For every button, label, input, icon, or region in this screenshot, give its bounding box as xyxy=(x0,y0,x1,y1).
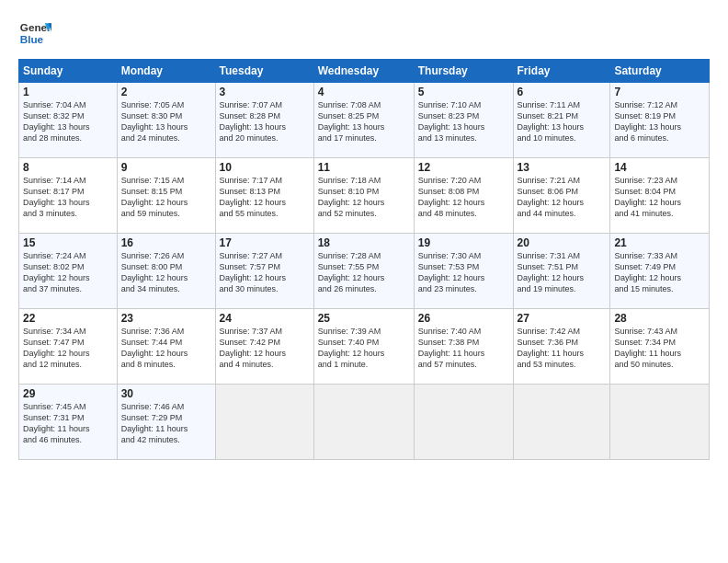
day-cell: 24Sunrise: 7:37 AM Sunset: 7:42 PM Dayli… xyxy=(215,309,313,385)
day-cell: 23Sunrise: 7:36 AM Sunset: 7:44 PM Dayli… xyxy=(117,309,215,385)
header: General Blue xyxy=(18,17,710,50)
day-number: 17 xyxy=(220,236,310,249)
day-number: 19 xyxy=(418,236,509,249)
week-row-5: 29Sunrise: 7:45 AM Sunset: 7:31 PM Dayli… xyxy=(19,385,710,460)
weekday-header-row: SundayMondayTuesdayWednesdayThursdayFrid… xyxy=(19,60,710,83)
day-cell: 25Sunrise: 7:39 AM Sunset: 7:40 PM Dayli… xyxy=(313,309,414,385)
week-row-3: 15Sunrise: 7:24 AM Sunset: 8:02 PM Dayli… xyxy=(19,234,710,309)
day-number: 18 xyxy=(318,236,410,249)
day-info: Sunrise: 7:05 AM Sunset: 8:30 PM Dayligh… xyxy=(121,99,211,144)
day-number: 15 xyxy=(23,236,113,249)
day-number: 16 xyxy=(121,236,211,249)
day-info: Sunrise: 7:42 AM Sunset: 7:36 PM Dayligh… xyxy=(518,326,607,371)
day-number: 20 xyxy=(518,236,607,249)
day-number: 30 xyxy=(121,387,211,400)
day-number: 12 xyxy=(418,161,509,174)
day-info: Sunrise: 7:08 AM Sunset: 8:25 PM Dayligh… xyxy=(318,99,410,144)
day-cell: 15Sunrise: 7:24 AM Sunset: 8:02 PM Dayli… xyxy=(19,234,118,309)
day-number: 4 xyxy=(318,86,410,98)
day-info: Sunrise: 7:43 AM Sunset: 7:34 PM Dayligh… xyxy=(614,326,705,371)
day-number: 5 xyxy=(418,86,509,98)
day-info: Sunrise: 7:45 AM Sunset: 7:31 PM Dayligh… xyxy=(23,401,113,446)
day-number: 2 xyxy=(121,86,211,98)
day-number: 24 xyxy=(220,312,310,325)
day-number: 26 xyxy=(418,312,509,325)
day-cell: 18Sunrise: 7:28 AM Sunset: 7:55 PM Dayli… xyxy=(313,234,414,309)
day-number: 28 xyxy=(614,312,705,325)
day-number: 11 xyxy=(318,161,410,174)
day-number: 6 xyxy=(518,86,607,98)
day-number: 29 xyxy=(23,387,113,400)
day-info: Sunrise: 7:14 AM Sunset: 8:17 PM Dayligh… xyxy=(23,175,113,220)
day-cell xyxy=(215,385,313,460)
day-cell: 26Sunrise: 7:40 AM Sunset: 7:38 PM Dayli… xyxy=(414,309,513,385)
day-info: Sunrise: 7:36 AM Sunset: 7:44 PM Dayligh… xyxy=(121,326,211,371)
day-number: 13 xyxy=(518,161,607,174)
day-number: 8 xyxy=(23,161,113,174)
day-cell xyxy=(513,385,610,460)
day-number: 3 xyxy=(220,86,310,98)
weekday-header-sunday: Sunday xyxy=(19,60,118,83)
day-cell: 4Sunrise: 7:08 AM Sunset: 8:25 PM Daylig… xyxy=(313,83,414,158)
day-info: Sunrise: 7:24 AM Sunset: 8:02 PM Dayligh… xyxy=(23,250,113,295)
day-cell: 30Sunrise: 7:46 AM Sunset: 7:29 PM Dayli… xyxy=(117,385,215,460)
day-info: Sunrise: 7:17 AM Sunset: 8:13 PM Dayligh… xyxy=(220,175,310,220)
day-number: 22 xyxy=(23,312,113,325)
day-cell: 19Sunrise: 7:30 AM Sunset: 7:53 PM Dayli… xyxy=(414,234,513,309)
logo: General Blue xyxy=(18,17,51,50)
day-info: Sunrise: 7:28 AM Sunset: 7:55 PM Dayligh… xyxy=(318,250,410,295)
day-number: 21 xyxy=(614,236,705,249)
day-number: 23 xyxy=(121,312,211,325)
day-info: Sunrise: 7:15 AM Sunset: 8:15 PM Dayligh… xyxy=(121,175,211,220)
day-cell: 1Sunrise: 7:04 AM Sunset: 8:32 PM Daylig… xyxy=(19,83,118,158)
day-cell: 13Sunrise: 7:21 AM Sunset: 8:06 PM Dayli… xyxy=(513,158,610,234)
day-cell: 12Sunrise: 7:20 AM Sunset: 8:08 PM Dayli… xyxy=(414,158,513,234)
day-info: Sunrise: 7:33 AM Sunset: 7:49 PM Dayligh… xyxy=(614,250,705,295)
weekday-header-saturday: Saturday xyxy=(610,60,710,83)
day-number: 1 xyxy=(23,86,113,98)
day-info: Sunrise: 7:30 AM Sunset: 7:53 PM Dayligh… xyxy=(418,250,509,295)
day-number: 7 xyxy=(614,86,705,98)
day-cell: 8Sunrise: 7:14 AM Sunset: 8:17 PM Daylig… xyxy=(19,158,118,234)
day-info: Sunrise: 7:40 AM Sunset: 7:38 PM Dayligh… xyxy=(418,326,509,371)
day-info: Sunrise: 7:11 AM Sunset: 8:21 PM Dayligh… xyxy=(518,99,607,144)
day-number: 10 xyxy=(220,161,310,174)
day-info: Sunrise: 7:26 AM Sunset: 8:00 PM Dayligh… xyxy=(121,250,211,295)
day-cell: 14Sunrise: 7:23 AM Sunset: 8:04 PM Dayli… xyxy=(610,158,710,234)
day-info: Sunrise: 7:39 AM Sunset: 7:40 PM Dayligh… xyxy=(318,326,410,371)
week-row-4: 22Sunrise: 7:34 AM Sunset: 7:47 PM Dayli… xyxy=(19,309,710,385)
day-cell: 16Sunrise: 7:26 AM Sunset: 8:00 PM Dayli… xyxy=(117,234,215,309)
day-cell: 5Sunrise: 7:10 AM Sunset: 8:23 PM Daylig… xyxy=(414,83,513,158)
page: General Blue SundayMondayTuesdayWednesda… xyxy=(0,0,728,563)
day-cell: 22Sunrise: 7:34 AM Sunset: 7:47 PM Dayli… xyxy=(19,309,118,385)
day-cell: 11Sunrise: 7:18 AM Sunset: 8:10 PM Dayli… xyxy=(313,158,414,234)
day-cell xyxy=(414,385,513,460)
day-info: Sunrise: 7:18 AM Sunset: 8:10 PM Dayligh… xyxy=(318,175,410,220)
weekday-header-wednesday: Wednesday xyxy=(313,60,414,83)
day-cell: 9Sunrise: 7:15 AM Sunset: 8:15 PM Daylig… xyxy=(117,158,215,234)
day-cell xyxy=(610,385,710,460)
week-row-2: 8Sunrise: 7:14 AM Sunset: 8:17 PM Daylig… xyxy=(19,158,710,234)
day-cell: 10Sunrise: 7:17 AM Sunset: 8:13 PM Dayli… xyxy=(215,158,313,234)
weekday-header-tuesday: Tuesday xyxy=(215,60,313,83)
day-cell: 7Sunrise: 7:12 AM Sunset: 8:19 PM Daylig… xyxy=(610,83,710,158)
day-info: Sunrise: 7:10 AM Sunset: 8:23 PM Dayligh… xyxy=(418,99,509,144)
day-cell: 29Sunrise: 7:45 AM Sunset: 7:31 PM Dayli… xyxy=(19,385,118,460)
day-cell xyxy=(313,385,414,460)
day-info: Sunrise: 7:31 AM Sunset: 7:51 PM Dayligh… xyxy=(518,250,607,295)
day-cell: 2Sunrise: 7:05 AM Sunset: 8:30 PM Daylig… xyxy=(117,83,215,158)
day-cell: 6Sunrise: 7:11 AM Sunset: 8:21 PM Daylig… xyxy=(513,83,610,158)
day-number: 14 xyxy=(614,161,705,174)
calendar-table: SundayMondayTuesdayWednesdayThursdayFrid… xyxy=(18,59,710,460)
day-number: 25 xyxy=(318,312,410,325)
logo-icon: General Blue xyxy=(18,17,51,50)
weekday-header-thursday: Thursday xyxy=(414,60,513,83)
day-cell: 27Sunrise: 7:42 AM Sunset: 7:36 PM Dayli… xyxy=(513,309,610,385)
day-info: Sunrise: 7:21 AM Sunset: 8:06 PM Dayligh… xyxy=(518,175,607,220)
day-info: Sunrise: 7:46 AM Sunset: 7:29 PM Dayligh… xyxy=(121,401,211,446)
day-info: Sunrise: 7:20 AM Sunset: 8:08 PM Dayligh… xyxy=(418,175,509,220)
day-info: Sunrise: 7:07 AM Sunset: 8:28 PM Dayligh… xyxy=(220,99,310,144)
weekday-header-friday: Friday xyxy=(513,60,610,83)
day-info: Sunrise: 7:23 AM Sunset: 8:04 PM Dayligh… xyxy=(614,175,705,220)
day-info: Sunrise: 7:12 AM Sunset: 8:19 PM Dayligh… xyxy=(614,99,705,144)
